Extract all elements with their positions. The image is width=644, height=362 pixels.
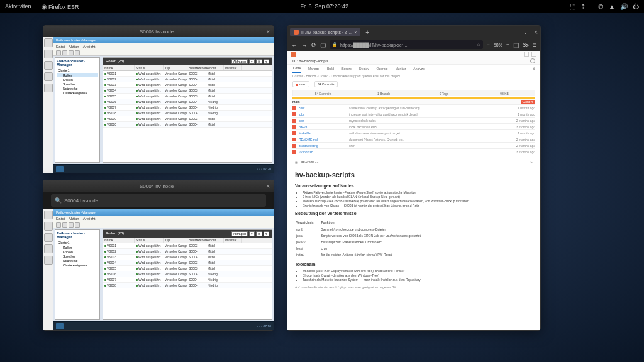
tree-root[interactable]: Failovercluster-Manager — [57, 59, 98, 67]
stat-storage[interactable]: 98 KB — [474, 90, 535, 96]
hyperv-window-1[interactable]: S0003 hv-node × Failovercluster-Manager … — [43, 25, 274, 173]
tab-operate[interactable]: Operate — [376, 65, 389, 72]
tree-node[interactable]: Clusterereignisse — [57, 263, 98, 267]
network-icon[interactable]: ▲ — [609, 3, 615, 10]
tool-icon[interactable] — [44, 61, 53, 70]
tab-analyze[interactable]: Analyze — [413, 65, 425, 72]
back-icon[interactable] — [56, 222, 61, 228]
table-row[interactable]: VS010Wird ausgeführtVirtueller ComputerS… — [103, 122, 272, 128]
refresh-icon[interactable] — [69, 222, 74, 228]
menu-icon[interactable]: ≡ — [533, 41, 536, 48]
activities-button[interactable]: Aktivitäten — [5, 3, 31, 10]
tree-node[interactable]: Rollen — [57, 73, 98, 77]
nav-tree[interactable]: Failovercluster-Manager Cluster1 Rollen … — [55, 57, 100, 163]
commits-chip[interactable]: 54 Commits — [314, 81, 338, 87]
branch-chip[interactable]: main — [292, 81, 309, 87]
col-name[interactable]: Name — [103, 238, 135, 243]
filter-dropdown[interactable]: Abfragen — [231, 59, 248, 64]
file-row[interactable]: jobsincrease wait interval to avoid race… — [292, 111, 535, 118]
col-status[interactable]: Status — [135, 65, 164, 70]
menu-file[interactable]: Datei — [56, 217, 65, 221]
pin-icon[interactable] — [44, 211, 53, 219]
tab-secure[interactable]: Secure — [341, 65, 352, 72]
forward-button[interactable]: → — [301, 41, 308, 48]
file-row[interactable]: toolbox.sh3 months ago — [292, 149, 535, 155]
tree-node[interactable]: Speicher — [57, 82, 98, 86]
current-app[interactable]: ◉ Firefox ESR — [42, 3, 79, 10]
zoom-out-button[interactable]: − — [487, 41, 490, 48]
zoom-in-button[interactable]: + — [506, 41, 509, 48]
col-info[interactable]: Informat… — [224, 238, 242, 243]
tool-icon[interactable] — [44, 222, 53, 231]
pocket-icon[interactable]: ◫ — [513, 41, 519, 48]
tool-icon[interactable] — [44, 244, 53, 253]
table-row[interactable]: VS008Wird ausgeführtVirtueller ComputerS… — [103, 283, 272, 288]
tab-monitor[interactable]: Monitor — [395, 65, 407, 72]
table-row[interactable]: VS003Wird ausgeführtVirtueller ComputerS… — [103, 82, 272, 88]
settings-icon[interactable]: ⚙ — [533, 67, 535, 70]
col-info[interactable]: Informat… — [224, 65, 242, 70]
tab-code[interactable]: Code — [292, 64, 301, 73]
reload-button[interactable]: ⟳ — [311, 41, 316, 48]
help-icon[interactable] — [75, 50, 80, 55]
tree-node[interactable]: Netzwerke — [57, 258, 98, 263]
stat-commits[interactable]: 54 Commits — [293, 90, 353, 96]
tree-node[interactable]: Cluster1 — [57, 68, 98, 73]
col-priority[interactable]: Priorit… — [206, 238, 224, 243]
extensions-icon[interactable]: ≫ — [523, 41, 529, 48]
system-tray[interactable]: ▫ ▫ ▫ 07:20 — [257, 324, 271, 328]
file-row[interactable]: confsome minor cleanup and opening of ss… — [292, 105, 535, 111]
file-row[interactable]: pw-v3local backup to PBS3 months ago — [292, 124, 535, 130]
tree-root[interactable]: Failovercluster-Manager — [57, 231, 98, 239]
tree-node[interactable]: Rollen — [57, 245, 98, 250]
stat-branches[interactable]: 1 Branch — [353, 90, 414, 96]
col-type[interactable]: Typ — [164, 65, 187, 70]
filter-btn[interactable]: ▾ — [264, 231, 269, 236]
menu-view[interactable]: Ansicht — [83, 45, 96, 48]
table-row[interactable]: VS005Wird ausgeführtVirtueller ComputerS… — [103, 94, 272, 99]
col-type[interactable]: Typ — [164, 238, 187, 243]
tree-node[interactable]: Knoten — [57, 77, 98, 82]
table-row[interactable]: VS002Wird ausgeführtVirtueller ComputerS… — [103, 77, 272, 82]
forward-icon[interactable] — [62, 222, 67, 228]
hyperv-window-2[interactable]: S0004 hv-node × 🔍 S0004 hv-node Failover… — [43, 180, 274, 331]
table-row[interactable]: VS001Wird ausgeführtVirtueller ComputerS… — [103, 71, 272, 77]
tool-icon[interactable] — [44, 233, 53, 242]
menu-action[interactable]: Aktion — [69, 217, 79, 221]
table-row[interactable]: VS004Wird ausgeführtVirtueller ComputerS… — [103, 260, 272, 266]
col-status[interactable]: Status — [135, 238, 164, 243]
col-owner[interactable]: Besitzerknoten — [187, 238, 206, 243]
close-tab-icon[interactable]: × — [354, 30, 357, 35]
table-row[interactable]: VS008Wird ausgeführtVirtueller ComputerS… — [103, 111, 272, 116]
header-btn[interactable] — [531, 52, 536, 57]
edit-icon[interactable]: ✎ — [530, 160, 533, 164]
new-tab-button[interactable]: + — [365, 29, 369, 36]
table-row[interactable]: VS007Wird ausgeführtVirtueller ComputerS… — [103, 277, 272, 283]
table-row[interactable]: VS005Wird ausgeführtVirtueller ComputerS… — [103, 266, 272, 272]
file-row[interactable]: lessrsync exclude rules2 months ago — [292, 118, 535, 124]
close-icon[interactable]: × — [266, 28, 270, 35]
col-priority[interactable]: Priorit… — [206, 65, 224, 70]
filter-btn[interactable]: ▾ — [249, 59, 255, 64]
start-button[interactable] — [56, 323, 64, 329]
table-row[interactable]: VS003Wird ausgeführtVirtueller ComputerS… — [103, 255, 272, 260]
close-icon[interactable]: × — [534, 29, 538, 36]
tree-node[interactable]: Knoten — [57, 250, 98, 254]
filter-btn[interactable]: ⊞ — [256, 231, 262, 236]
col-owner[interactable]: Besitzerknoten — [187, 65, 206, 70]
nav-tree[interactable]: Failovercluster-Manager Cluster1 Rollen … — [55, 229, 100, 320]
filter-btn[interactable]: ⊞ — [256, 59, 262, 64]
fullscreen-icon[interactable] — [44, 256, 53, 265]
volume-icon[interactable]: 🔊 — [620, 3, 628, 10]
minimize-icon[interactable]: ⌄ — [523, 30, 528, 35]
filter-btn[interactable]: ▾ — [264, 59, 269, 64]
window-titlebar[interactable]: S0004 hv-node × — [43, 180, 274, 192]
start-button[interactable] — [56, 166, 64, 172]
browser-tab[interactable]: IT/hv-backup-scripts · Z… × — [290, 28, 360, 36]
table-row[interactable]: VS009Wird ausgeführtVirtueller ComputerS… — [103, 116, 272, 122]
clone-button[interactable]: Clone ▾ — [521, 100, 535, 104]
home-button[interactable]: ▢ — [320, 41, 326, 48]
table-row[interactable]: VS002Wird ausgeführtVirtueller ComputerS… — [103, 249, 272, 255]
file-row[interactable]: crontab/listingcron2 months ago — [292, 143, 535, 149]
col-name[interactable]: Name — [103, 65, 135, 70]
